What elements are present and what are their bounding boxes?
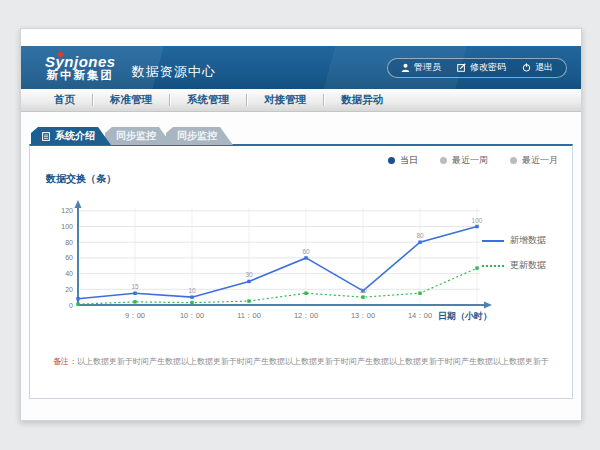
- radio-dot-icon: [510, 157, 517, 164]
- radio-last-month-label: 最近一月: [522, 154, 558, 167]
- dotted-line-swatch-icon: [482, 265, 504, 267]
- content-area: 系统介绍 同步监控 同步监控 当日 最近一周: [21, 112, 581, 420]
- svg-text:9：00: 9：00: [125, 311, 145, 320]
- svg-text:30: 30: [245, 271, 253, 278]
- y-axis-title: 数据交换（条）: [46, 172, 116, 186]
- radio-today[interactable]: 当日: [388, 154, 418, 167]
- user-icon: [401, 63, 410, 72]
- radio-today-label: 当日: [400, 154, 418, 167]
- logo-subtitle: 新中新集团: [45, 69, 116, 81]
- radio-dot-icon: [388, 157, 395, 164]
- legend-label: 更新数据: [510, 259, 546, 272]
- tab-label: 同步监控: [116, 129, 156, 143]
- svg-text:40: 40: [65, 270, 73, 277]
- svg-text:60: 60: [65, 254, 73, 261]
- document-icon: [42, 132, 50, 141]
- tab-label: 同步监控: [177, 129, 217, 143]
- logo-text: Synjones: [45, 54, 116, 70]
- radio-last-week[interactable]: 最近一周: [440, 154, 488, 167]
- legend-label: 新增数据: [510, 234, 546, 247]
- svg-text:10: 10: [359, 287, 367, 294]
- nav-item-standard-mgmt[interactable]: 标准管理: [93, 93, 169, 107]
- svg-text:60: 60: [302, 248, 310, 255]
- tab-system-intro[interactable]: 系统介绍: [31, 127, 111, 145]
- change-password-button[interactable]: 修改密码: [457, 61, 506, 74]
- admin-user-button[interactable]: 管理员: [401, 61, 441, 74]
- window-top-strip: [21, 29, 581, 46]
- tab-sync-monitor-2[interactable]: 同步监控: [166, 127, 233, 145]
- tab-sync-monitor-1[interactable]: 同步监控: [105, 127, 172, 145]
- app-window: Synjones 新中新集团 数据资源中心 管理员 修改密码 退出 首页 标准管…: [20, 28, 582, 421]
- user-menu: 管理员 修改密码 退出: [387, 58, 567, 78]
- svg-text:11：00: 11：00: [237, 311, 261, 320]
- solid-line-swatch-icon: [482, 240, 504, 242]
- note-text: 以上数据更新于时间产生数据以上数据更新于时间产生数据以上数据更新于时间产生数据以…: [77, 357, 549, 366]
- radio-last-week-label: 最近一周: [452, 154, 488, 167]
- note-prefix: 备注：: [53, 357, 77, 366]
- svg-text:20: 20: [65, 286, 73, 293]
- change-password-label: 修改密码: [470, 61, 506, 74]
- svg-text:12：00: 12：00: [294, 311, 318, 320]
- svg-text:120: 120: [61, 207, 73, 214]
- svg-text:10：00: 10：00: [180, 311, 204, 320]
- time-range-selector: 当日 最近一周 最近一月: [388, 154, 558, 167]
- svg-text:100: 100: [472, 217, 483, 224]
- logout-button[interactable]: 退出: [522, 61, 553, 74]
- edit-icon: [457, 63, 466, 72]
- nav-item-system-mgmt[interactable]: 系统管理: [170, 93, 246, 107]
- svg-text:80: 80: [65, 239, 73, 246]
- svg-text:14：00: 14：00: [408, 311, 432, 320]
- app-header: Synjones 新中新集团 数据资源中心 管理员 修改密码 退出: [21, 46, 581, 89]
- nav-item-data-change[interactable]: 数据异动: [324, 93, 400, 107]
- svg-text:日期（小时）: 日期（小时）: [438, 311, 492, 321]
- svg-text:10: 10: [188, 287, 196, 294]
- svg-text:15: 15: [131, 283, 139, 290]
- nav-item-home[interactable]: 首页: [37, 93, 92, 107]
- power-icon: [522, 63, 531, 72]
- svg-text:13：00: 13：00: [351, 311, 375, 320]
- company-logo: Synjones 新中新集团: [45, 54, 116, 82]
- tab-label: 系统介绍: [55, 129, 95, 143]
- admin-user-label: 管理员: [414, 61, 441, 74]
- series-legend: 新增数据 更新数据: [482, 234, 566, 272]
- exchange-line-chart: 0204060801001209：0010：0011：0012：0013：001…: [38, 190, 498, 332]
- logout-label: 退出: [535, 61, 553, 74]
- page-title: 数据资源中心: [132, 63, 216, 81]
- radio-last-month[interactable]: 最近一月: [510, 154, 558, 167]
- legend-new-data: 新增数据: [482, 234, 566, 247]
- legend-updated-data: 更新数据: [482, 259, 566, 272]
- svg-text:100: 100: [61, 223, 73, 230]
- chart-panel: 当日 最近一周 最近一月 数据交换（条） 0204060801001209：00…: [29, 144, 573, 399]
- radio-dot-icon: [440, 157, 447, 164]
- svg-text:0: 0: [69, 302, 73, 309]
- main-nav: 首页 标准管理 系统管理 对接管理 数据异动: [21, 89, 581, 112]
- tab-bar: 系统介绍 同步监控 同步监控: [31, 127, 227, 145]
- footer-note: 备注：以上数据更新于时间产生数据以上数据更新于时间产生数据以上数据更新于时间产生…: [30, 356, 572, 367]
- nav-item-interface-mgmt[interactable]: 对接管理: [247, 93, 323, 107]
- svg-text:80: 80: [416, 232, 424, 239]
